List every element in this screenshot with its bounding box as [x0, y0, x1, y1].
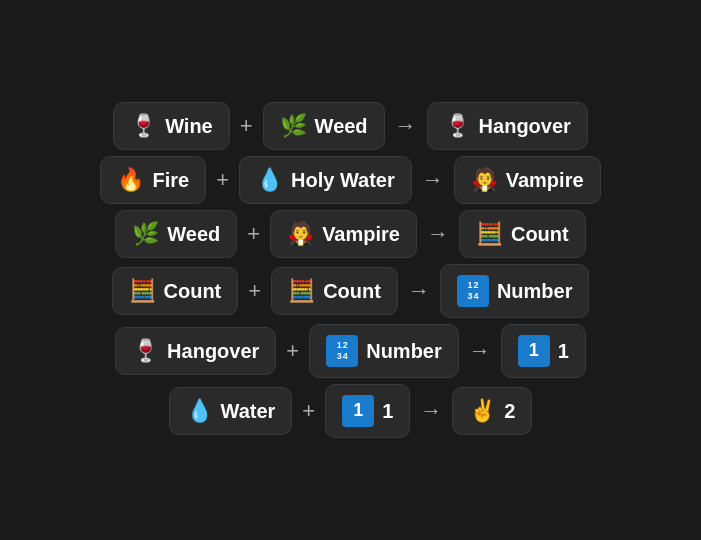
row-wine-weed: 🍷 Wine + 🌿 Weed → 🍷 Hangover: [8, 102, 693, 150]
item-two[interactable]: ✌️ 2: [452, 387, 532, 435]
arrow: →: [467, 338, 493, 364]
arrow: →: [420, 167, 446, 193]
count1-label: Count: [164, 280, 222, 303]
plus-op: +: [214, 167, 231, 193]
item-holy-water[interactable]: 💧 Holy Water: [239, 156, 412, 204]
item-weed2[interactable]: 🌿 Weed: [115, 210, 237, 258]
fire-label: Fire: [152, 169, 189, 192]
holy-water-icon: 💧: [256, 167, 283, 193]
item-vampire2[interactable]: 🧛 Vampire: [270, 210, 417, 258]
two-icon: ✌️: [469, 398, 496, 424]
fire-icon: 🔥: [117, 167, 144, 193]
one-label: 1: [558, 340, 569, 363]
count-icon: 🧮: [476, 221, 503, 247]
row-hangover-number: 🍷 Hangover + 12 34 Number → 1 1: [8, 324, 693, 378]
weed-label: Weed: [315, 115, 368, 138]
item-one2[interactable]: 1 1: [325, 384, 410, 438]
arrow: →: [393, 113, 419, 139]
item-one[interactable]: 1 1: [501, 324, 586, 378]
count1-icon: 🧮: [129, 278, 156, 304]
item-fire[interactable]: 🔥 Fire: [100, 156, 206, 204]
item-number[interactable]: 12 34 Number: [440, 264, 590, 318]
wine-label: Wine: [165, 115, 213, 138]
item-wine[interactable]: 🍷 Wine: [113, 102, 230, 150]
item-water[interactable]: 💧 Water: [169, 387, 293, 435]
hangover2-icon: 🍷: [132, 338, 159, 364]
one-badge: 1: [518, 335, 550, 367]
weed2-label: Weed: [167, 223, 220, 246]
vampire2-label: Vampire: [322, 223, 400, 246]
plus-op: +: [300, 398, 317, 424]
two-label: 2: [504, 400, 515, 423]
one2-label: 1: [382, 400, 393, 423]
hangover2-label: Hangover: [167, 340, 259, 363]
row-fire-holywater: 🔥 Fire + 💧 Holy Water → 🧛 Vampire: [8, 156, 693, 204]
hangover-icon: 🍷: [444, 113, 471, 139]
number-label: Number: [497, 280, 573, 303]
weed-icon: 🌿: [280, 113, 307, 139]
count-label: Count: [511, 223, 569, 246]
arrow: →: [425, 221, 451, 247]
item-vampire[interactable]: 🧛 Vampire: [454, 156, 601, 204]
item-count[interactable]: 🧮 Count: [459, 210, 586, 258]
item-count2[interactable]: 🧮 Count: [271, 267, 398, 315]
item-number2[interactable]: 12 34 Number: [309, 324, 459, 378]
count2-icon: 🧮: [288, 278, 315, 304]
hangover-label: Hangover: [479, 115, 571, 138]
vampire2-icon: 🧛: [287, 221, 314, 247]
count2-label: Count: [323, 280, 381, 303]
item-hangover2[interactable]: 🍷 Hangover: [115, 327, 276, 375]
number2-badge: 12 34: [326, 335, 358, 367]
arrow: →: [418, 398, 444, 424]
plus-op: +: [246, 278, 263, 304]
water-label: Water: [221, 400, 276, 423]
one2-badge: 1: [342, 395, 374, 427]
plus-op: +: [284, 338, 301, 364]
water-icon: 💧: [186, 398, 213, 424]
item-hangover[interactable]: 🍷 Hangover: [427, 102, 588, 150]
holy-water-label: Holy Water: [291, 169, 395, 192]
item-count1[interactable]: 🧮 Count: [112, 267, 239, 315]
row-weed-vampire: 🌿 Weed + 🧛 Vampire → 🧮 Count: [8, 210, 693, 258]
arrow: →: [406, 278, 432, 304]
row-count-count: 🧮 Count + 🧮 Count → 12 34 Number: [8, 264, 693, 318]
item-weed[interactable]: 🌿 Weed: [263, 102, 385, 150]
plus-op: +: [245, 221, 262, 247]
number2-label: Number: [366, 340, 442, 363]
vampire-label: Vampire: [506, 169, 584, 192]
vampire-icon: 🧛: [471, 167, 498, 193]
row-water-one: 💧 Water + 1 1 → ✌️ 2: [8, 384, 693, 438]
wine-icon: 🍷: [130, 113, 157, 139]
plus-op: +: [238, 113, 255, 139]
weed2-icon: 🌿: [132, 221, 159, 247]
number-badge: 12 34: [457, 275, 489, 307]
